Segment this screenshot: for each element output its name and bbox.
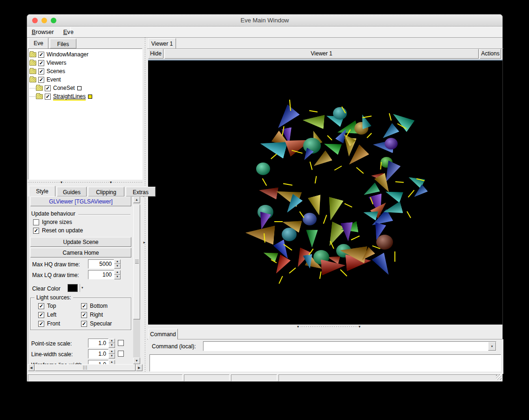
scroll-down-icon[interactable]: ▼ [133,358,140,364]
spinner-up-icon[interactable]: ▲ [109,339,115,343]
tree-item-checkbox[interactable] [45,94,51,100]
line-segment [366,133,372,138]
actions-menu-button[interactable]: Actions [480,49,501,59]
scroll-right-icon[interactable]: ▶ [136,364,142,371]
glviewer-name-button[interactable]: GLViewer [TGLSAViewer] [30,196,131,206]
tree-item-windowmanager[interactable]: WindowManager [29,50,141,59]
splitter-arrow-icon[interactable]: ▾ [297,325,299,329]
camera-home-button[interactable]: Camera Home [30,248,131,257]
splitter-arrow-icon[interactable]: ▾ [61,181,62,184]
checkbox[interactable] [38,312,44,318]
checkbox[interactable] [81,312,87,318]
command-output-area[interactable] [149,354,501,372]
tree-item-scenes[interactable]: Scenes [29,67,141,75]
update-scene-button[interactable]: Update Scene [30,237,131,247]
spinner-down-icon[interactable]: ▼ [114,264,121,269]
scroll-left-icon[interactable]: ◀ [28,364,34,371]
menu-eve[interactable]: Eve [59,27,78,37]
tree-item-checkbox[interactable] [38,68,44,75]
cone [302,113,325,129]
panel-vertical-splitter[interactable]: ▸ ▸ [143,38,147,372]
scale-spinner[interactable]: 1.0▲▼ [88,349,115,359]
editor-tab-extras[interactable]: Extras [126,187,156,196]
line-segment [262,178,267,186]
tree-item-checkbox[interactable] [45,85,51,91]
light-label: Specular [90,320,112,327]
tree-item-event[interactable]: Event [29,75,141,84]
checkbox[interactable] [81,303,87,309]
tree-item-checkbox[interactable] [38,77,44,83]
checkbox[interactable] [33,219,39,225]
hide-button[interactable]: Hide [148,49,163,59]
checkbox[interactable] [33,228,39,234]
command-input[interactable] [203,341,496,351]
tree-item-viewers[interactable]: Viewers [29,59,141,67]
checkbox[interactable] [118,351,124,357]
spinner-down-icon[interactable]: ▼ [109,354,115,359]
checkbox[interactable] [81,321,87,327]
checkbox[interactable] [38,321,44,327]
max-hq-spinner[interactable]: 5000▲▼ [88,259,121,269]
gl-viewport[interactable] [148,60,502,325]
scrollbar-thumb[interactable] [133,204,140,319]
viewer-title: Viewer 1 [311,50,332,57]
spinner-value[interactable]: 100 [88,270,114,279]
splitter-arrow-icon[interactable]: ▾ [110,181,112,184]
spinner-up-icon[interactable]: ▲ [109,360,115,364]
scroll-up-icon[interactable]: ▲ [133,196,140,203]
title-bar[interactable]: Eve Main Window [27,14,502,27]
spinner-up-icon[interactable]: ▲ [114,259,121,264]
command-dropdown-icon[interactable]: ▾ [488,342,496,351]
checkbox[interactable] [38,303,44,309]
tab-eve[interactable]: Eve [28,38,48,48]
spinner-up-icon[interactable]: ▲ [109,349,115,354]
spinner-value[interactable]: 1.0 [88,339,109,348]
tab-files[interactable]: Files [50,39,76,48]
light-label: Left [47,312,56,318]
cone [372,253,395,278]
viewer-title-bar[interactable]: Viewer 1 [164,49,479,59]
resize-grip-icon[interactable] [496,374,502,380]
light-label: Front [47,320,60,327]
clear-color-dropdown-icon[interactable]: ▾ [81,286,83,290]
tree-editor-splitter[interactable]: ▾ ▾ [28,180,142,185]
tree-item-label: WindowManager [47,51,88,58]
line-segment [394,251,395,262]
eve-object-tree: WindowManagerViewersScenesEventConeSetSt… [28,48,142,180]
clear-color-swatch[interactable] [68,284,78,292]
command-panel: Command (local): ▾ [147,339,503,373]
spinner-value[interactable]: 1.0 [88,360,109,364]
light-top: Top [38,303,56,309]
editor-tab-guides[interactable]: Guides [57,187,87,196]
tree-connector [29,96,35,97]
scrollbar-thumb[interactable]: ||| [35,364,136,371]
spinner-up-icon[interactable]: ▲ [114,270,121,275]
tree-item-coneset[interactable]: ConeSet [29,84,141,92]
splitter-arrow-icon[interactable]: ▸ [143,241,145,244]
tree-item-straightlines[interactable]: StraightLines [29,92,141,101]
eve-main-window: Eve Main Window BrowserEve WindowManager… [27,14,503,382]
viewer-command-splitter[interactable]: ▾ ▾ [288,325,372,329]
editor-vertical-scrollbar[interactable]: ▲ ▼ [133,196,140,364]
editor-tab-style[interactable]: Style [29,186,55,196]
render-state-marker [77,86,81,90]
tree-item-checkbox[interactable] [38,60,44,66]
light-label: Top [47,303,56,309]
scale-spinner[interactable]: 1.0▲▼ [88,339,115,348]
spinner-value[interactable]: 1.0 [88,349,109,359]
spinner-down-icon[interactable]: ▼ [109,343,115,348]
splitter-arrow-icon[interactable]: ▾ [359,325,360,329]
folder-icon [29,61,36,66]
max-lq-spinner[interactable]: 100▲▼ [88,270,121,279]
tree-item-checkbox[interactable] [38,52,44,58]
scale-spinner[interactable]: 1.0▲▼ [88,360,115,364]
spinner-down-icon[interactable]: ▼ [114,275,121,279]
spinner-value[interactable]: 5000 [88,259,114,269]
render-state-marker [88,95,92,99]
editor-horizontal-scrollbar[interactable]: ◀ ||| ▶ [28,364,142,371]
tab-viewer-1[interactable]: Viewer 1 [148,38,176,49]
editor-tab-clipping[interactable]: Clipping [88,187,124,196]
tab-command[interactable]: Command [148,329,178,339]
checkbox[interactable] [118,340,124,346]
menu-browser[interactable]: Browser [27,27,59,37]
